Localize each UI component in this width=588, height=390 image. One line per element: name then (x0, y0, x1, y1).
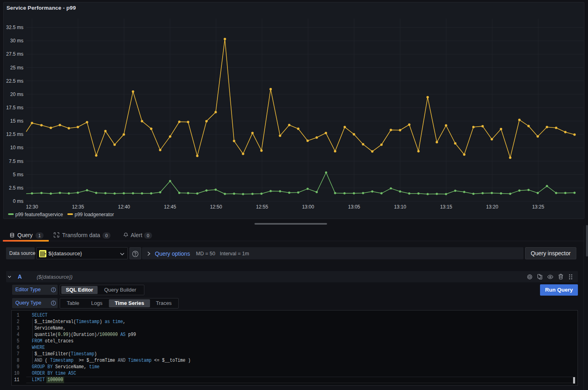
svg-text:32.5 ms: 32.5 ms (6, 25, 23, 30)
svg-text:12.5 ms: 12.5 ms (6, 131, 23, 137)
svg-text:13:25: 13:25 (532, 204, 544, 210)
svg-text:13:20: 13:20 (486, 204, 498, 210)
svg-text:0 ms: 0 ms (13, 198, 23, 204)
svg-text:12:40: 12:40 (118, 204, 130, 210)
svg-text:5 ms: 5 ms (13, 172, 23, 177)
svg-text:10 ms: 10 ms (10, 145, 23, 150)
svg-text:12:35: 12:35 (72, 204, 84, 210)
svg-text:13:05: 13:05 (348, 204, 360, 210)
svg-text:22.5 ms: 22.5 ms (6, 78, 23, 84)
svg-text:p99 featureflagservice: p99 featureflagservice (15, 212, 63, 217)
svg-text:12:45: 12:45 (164, 204, 176, 210)
svg-text:30 ms: 30 ms (10, 38, 23, 44)
svg-text:2.5 ms: 2.5 ms (9, 185, 23, 191)
svg-text:13:10: 13:10 (394, 204, 406, 210)
svg-text:27.5 ms: 27.5 ms (6, 51, 23, 57)
svg-text:15 ms: 15 ms (10, 118, 23, 124)
svg-text:p99 loadgenerator: p99 loadgenerator (75, 212, 114, 217)
svg-text:13:15: 13:15 (440, 204, 452, 210)
svg-text:13:00: 13:00 (302, 204, 314, 210)
svg-text:12:30: 12:30 (26, 204, 38, 210)
svg-text:7.5 ms: 7.5 ms (9, 159, 23, 164)
svg-text:17.5 ms: 17.5 ms (6, 105, 23, 111)
svg-text:12:55: 12:55 (256, 204, 268, 210)
svg-text:20 ms: 20 ms (10, 92, 23, 97)
svg-text:12:50: 12:50 (210, 204, 222, 210)
svg-text:25 ms: 25 ms (10, 65, 23, 71)
